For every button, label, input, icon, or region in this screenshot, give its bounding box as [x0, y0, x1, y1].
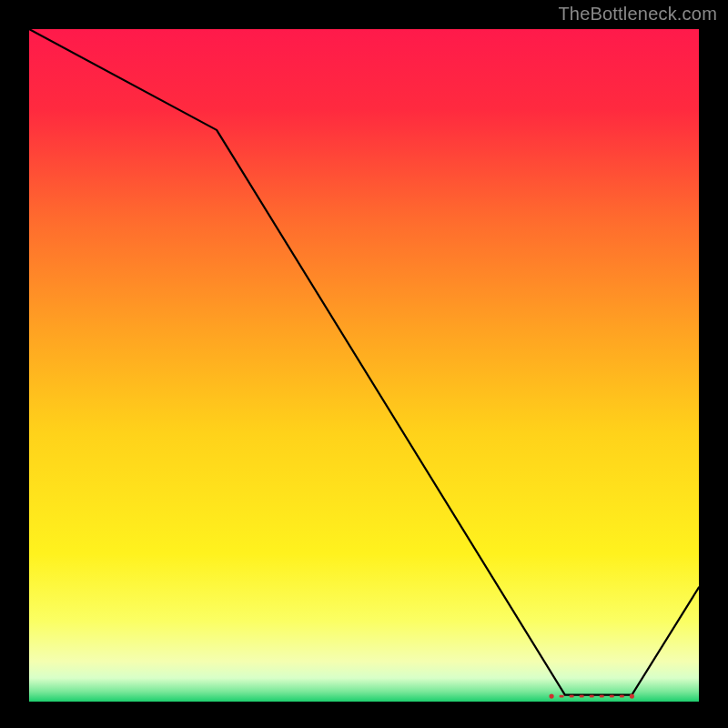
svg-rect-7: [610, 695, 614, 698]
attribution-text: TheBottleneck.com: [558, 4, 717, 25]
svg-rect-4: [580, 695, 584, 698]
svg-point-0: [549, 693, 553, 698]
svg-rect-2: [560, 695, 564, 698]
svg-rect-3: [570, 695, 574, 698]
svg-point-1: [630, 693, 634, 698]
svg-rect-8: [620, 695, 624, 698]
gradient-background: [29, 29, 699, 702]
svg-rect-6: [600, 695, 604, 698]
plot-area: [29, 29, 699, 702]
svg-rect-5: [590, 695, 594, 698]
chart-container: TheBottleneck.com: [0, 0, 728, 728]
bottleneck-chart: [29, 29, 699, 702]
